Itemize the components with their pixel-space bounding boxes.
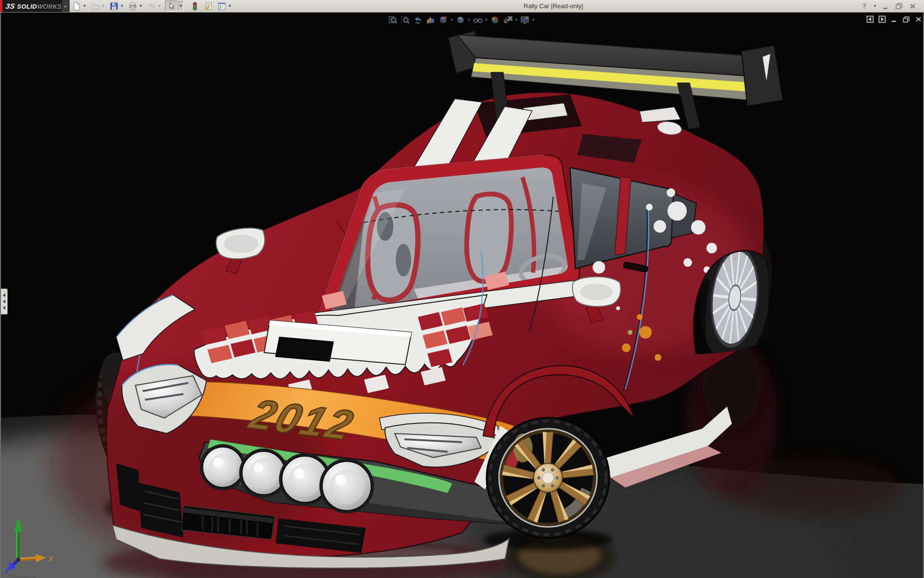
zoom-to-area-button[interactable] xyxy=(399,15,411,25)
view-orientation-label: *Dimetric xyxy=(7,573,38,578)
heads-up-view-toolbar: ▼ ▼ ▼ xyxy=(387,15,536,25)
previous-view-icon xyxy=(413,15,423,25)
document-window-controls xyxy=(866,15,922,23)
document-close-icon xyxy=(915,16,922,23)
document-minimize-icon xyxy=(891,16,898,23)
view-orientation-icon xyxy=(438,15,448,25)
show-right-pane-button[interactable] xyxy=(878,15,886,23)
rebuild-traffic-light-icon xyxy=(191,2,199,11)
new-document-icon xyxy=(72,2,81,11)
view-orientation-button[interactable] xyxy=(437,15,449,25)
options-icon xyxy=(218,2,226,11)
menu-flyout-tab[interactable]: ▸ xyxy=(62,0,70,12)
select-button[interactable] xyxy=(165,0,178,12)
front-right-wheel xyxy=(487,418,609,538)
hide-show-items-dropdown[interactable]: ▼ xyxy=(484,15,488,25)
edit-appearance-button[interactable] xyxy=(489,15,501,25)
save-dropdown[interactable]: ▼ xyxy=(119,1,125,12)
brand-text: 3SSOLIDWORKS xyxy=(6,2,62,10)
pane-left-icon xyxy=(866,15,874,23)
brand-bold: SOLID xyxy=(17,3,37,10)
document-restore-icon xyxy=(902,16,910,23)
section-view-icon xyxy=(426,15,435,25)
open-folder-icon xyxy=(91,2,100,11)
document-minimize-button[interactable] xyxy=(890,15,898,23)
new-dropdown[interactable]: ▼ xyxy=(82,1,87,12)
close-icon xyxy=(909,3,916,10)
brand-light: WORKS xyxy=(37,3,62,10)
help-dropdown[interactable]: ▼ xyxy=(873,1,877,12)
open-dropdown[interactable]: ▼ xyxy=(101,1,106,12)
feature-tree-collapsed-tab[interactable] xyxy=(1,289,8,315)
restore-icon xyxy=(895,2,903,10)
save-icon xyxy=(110,2,118,11)
minimize-icon xyxy=(882,3,889,10)
section-view-button[interactable] xyxy=(424,15,436,25)
close-button[interactable] xyxy=(908,1,917,11)
file-properties-button[interactable] xyxy=(203,1,214,12)
document-restore-button[interactable] xyxy=(902,15,910,23)
view-settings-icon xyxy=(520,15,530,25)
expand-left-arrow-icon xyxy=(3,306,5,310)
hide-show-items-icon xyxy=(473,15,483,25)
expand-left-arrow-icon xyxy=(3,300,5,303)
zoom-to-fit-button[interactable] xyxy=(387,15,399,25)
3d-viewport[interactable]: 2012 xyxy=(0,12,924,578)
hide-show-items-button[interactable] xyxy=(472,15,484,25)
options-dropdown[interactable]: ▼ xyxy=(227,1,232,12)
edit-appearance-icon xyxy=(490,15,500,25)
rebuild-button[interactable] xyxy=(190,1,200,12)
3ds-logo-glyph: 3S xyxy=(5,2,16,10)
main-toolbar: ▼ ▼ ▼ xyxy=(71,0,235,12)
print-dropdown[interactable]: ▼ xyxy=(138,1,143,12)
print-icon xyxy=(128,2,137,11)
show-left-pane-button[interactable] xyxy=(866,15,874,23)
apply-scene-dropdown[interactable]: ▼ xyxy=(514,15,518,25)
help-button[interactable]: ? xyxy=(860,1,869,11)
save-button[interactable] xyxy=(109,1,119,12)
new-document-button[interactable] xyxy=(71,1,82,12)
display-style-button[interactable] xyxy=(454,15,466,25)
undo-button[interactable] xyxy=(146,1,157,12)
zoom-to-fit-icon xyxy=(388,15,398,25)
solidworks-logo: 3SSOLIDWORKS xyxy=(0,0,62,12)
logo-red-strip xyxy=(0,0,2,12)
app-window-controls: ? ▼ xyxy=(860,1,917,11)
view-settings-button[interactable] xyxy=(519,15,531,25)
minimize-button[interactable] xyxy=(881,1,890,11)
undo-dropdown[interactable]: ▼ xyxy=(157,1,162,12)
select-dropdown[interactable]: ▼ xyxy=(178,1,184,11)
apply-scene-button[interactable] xyxy=(501,15,513,25)
undo-icon xyxy=(147,2,156,11)
display-style-icon xyxy=(456,15,465,25)
file-properties-icon xyxy=(204,2,213,11)
help-icon: ? xyxy=(862,2,866,11)
pane-right-icon xyxy=(878,15,886,23)
zoom-to-area-icon xyxy=(401,15,410,25)
apply-scene-icon xyxy=(503,15,513,25)
view-settings-dropdown[interactable]: ▼ xyxy=(531,15,536,25)
view-orientation-dropdown[interactable]: ▼ xyxy=(449,15,454,25)
flyout-arrow-icon: ▸ xyxy=(64,4,67,9)
reference-triad: X Z xyxy=(4,513,58,574)
open-button[interactable] xyxy=(90,1,101,12)
expand-left-arrow-icon xyxy=(3,293,5,297)
previous-view-button[interactable] xyxy=(412,15,424,25)
app-titlebar: 3SSOLIDWORKS ▸ ▼ ▼ xyxy=(0,0,924,13)
select-cursor-icon xyxy=(167,2,176,11)
print-button[interactable] xyxy=(128,1,138,12)
triad-x-label: X xyxy=(48,555,53,563)
restore-button[interactable] xyxy=(894,1,904,11)
rally-car-model[interactable]: 2012 xyxy=(1,12,923,578)
display-style-dropdown[interactable]: ▼ xyxy=(467,15,471,25)
options-button[interactable] xyxy=(217,1,227,12)
document-title: Rally Car [Read-only] xyxy=(524,2,583,10)
document-close-button[interactable] xyxy=(914,15,922,23)
